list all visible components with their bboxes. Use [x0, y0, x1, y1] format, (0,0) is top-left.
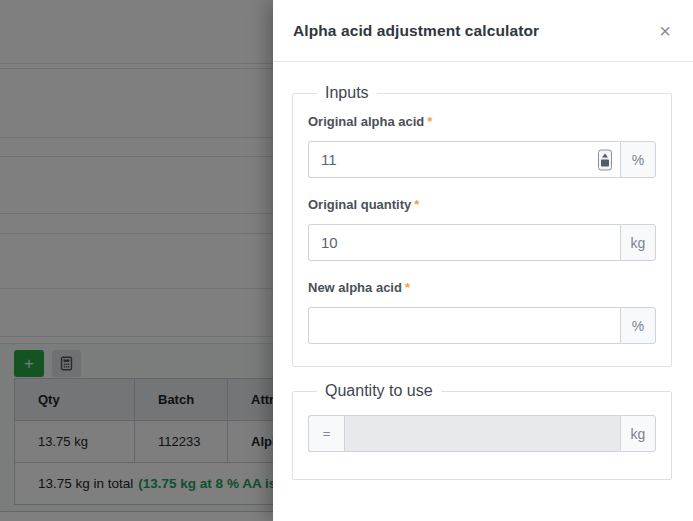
close-icon[interactable]: × — [655, 19, 675, 43]
original-quantity-label: Original quantity* — [308, 197, 656, 212]
drawer-body: Inputs Original alpha acid* % — [273, 62, 693, 480]
required-asterisk: * — [405, 280, 410, 295]
original-quantity-input-group: kg — [308, 224, 656, 261]
label-text: Original quantity — [308, 197, 411, 212]
quantity-to-use-fieldset: Quantity to use = kg — [292, 382, 672, 480]
number-stepper-icon[interactable] — [598, 149, 612, 170]
field-original-quantity: Original quantity* kg — [308, 197, 656, 261]
original-alpha-acid-input-group: % — [308, 141, 656, 178]
percent-unit-addon: % — [620, 307, 656, 344]
label-text: New alpha acid — [308, 280, 402, 295]
new-alpha-acid-label: New alpha acid* — [308, 280, 656, 295]
field-new-alpha-acid: New alpha acid* % — [308, 280, 656, 344]
kg-unit-addon: kg — [620, 224, 656, 261]
drawer-header: Alpha acid adjustment calculator × — [273, 0, 693, 62]
drawer-title: Alpha acid adjustment calculator — [293, 22, 655, 40]
quantity-to-use-input-group: = kg — [308, 415, 656, 452]
field-quantity-to-use: = kg — [308, 415, 656, 452]
label-text: Original alpha acid — [308, 114, 424, 129]
required-asterisk: * — [427, 114, 432, 129]
new-alpha-acid-input[interactable] — [308, 307, 620, 344]
quantity-to-use-output — [344, 415, 620, 452]
original-alpha-acid-input[interactable] — [308, 141, 620, 178]
original-quantity-input[interactable] — [308, 224, 620, 261]
alpha-acid-calculator-drawer: Alpha acid adjustment calculator × Input… — [273, 0, 693, 521]
required-asterisk: * — [414, 197, 419, 212]
field-original-alpha-acid: Original alpha acid* % — [308, 114, 656, 178]
inputs-legend: Inputs — [317, 84, 377, 102]
new-alpha-acid-input-group: % — [308, 307, 656, 344]
inputs-fieldset: Inputs Original alpha acid* % — [292, 84, 672, 367]
kg-unit-addon: kg — [620, 415, 656, 452]
percent-unit-addon: % — [620, 141, 656, 178]
quantity-to-use-legend: Quantity to use — [317, 382, 441, 400]
equals-addon: = — [308, 415, 344, 452]
original-alpha-acid-label: Original alpha acid* — [308, 114, 656, 129]
